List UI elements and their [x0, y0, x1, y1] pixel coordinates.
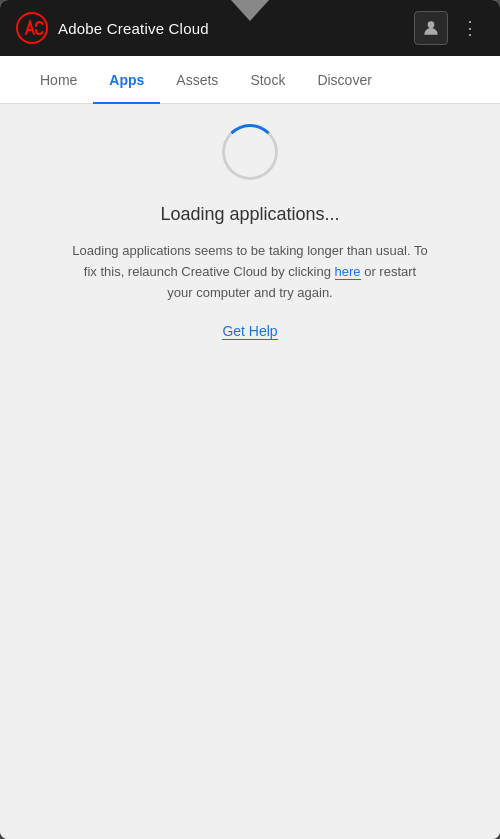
- loading-title: Loading applications...: [160, 204, 339, 225]
- svg-point-1: [428, 21, 435, 28]
- relaunch-link[interactable]: here: [335, 264, 361, 280]
- loading-spinner: [222, 124, 278, 180]
- nav-item-assets[interactable]: Assets: [160, 56, 234, 104]
- user-icon-button[interactable]: [414, 11, 448, 45]
- get-help-link[interactable]: Get Help: [222, 323, 277, 340]
- nav-item-stock[interactable]: Stock: [234, 56, 301, 104]
- nav-item-discover[interactable]: Discover: [301, 56, 387, 104]
- user-icon: [421, 18, 441, 38]
- nav-item-apps[interactable]: Apps: [93, 56, 160, 104]
- top-notch: [230, 0, 270, 21]
- nav-bar: Home Apps Assets Stock Discover: [0, 56, 500, 104]
- nav-item-home[interactable]: Home: [24, 56, 93, 104]
- app-window: Adobe Creative Cloud ⋮ Home Apps Assets …: [0, 0, 500, 839]
- cc-logo-icon: [16, 12, 48, 44]
- loading-description: Loading applications seems to be taking …: [70, 241, 430, 303]
- titlebar-actions: ⋮: [414, 11, 484, 45]
- more-options-button[interactable]: ⋮: [456, 14, 484, 42]
- app-logo: Adobe Creative Cloud: [16, 12, 209, 44]
- main-content: Loading applications... Loading applicat…: [0, 104, 500, 839]
- app-title: Adobe Creative Cloud: [58, 20, 209, 37]
- loading-spinner-container: [222, 124, 278, 180]
